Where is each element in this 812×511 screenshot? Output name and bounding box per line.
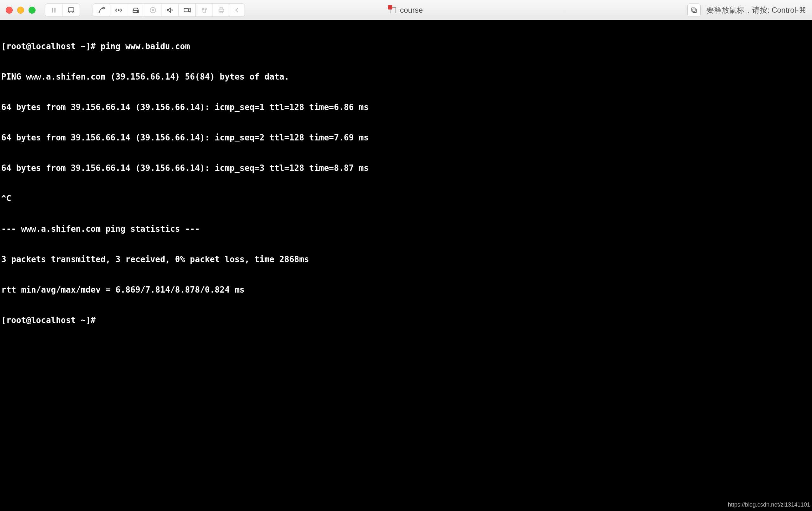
usb-icon[interactable] — [196, 4, 213, 17]
maximize-window-button[interactable] — [29, 7, 35, 13]
release-mouse-hint: 要释放鼠标，请按: Control-⌘ — [706, 5, 806, 15]
snapshot-button[interactable] — [62, 4, 80, 17]
printer-icon[interactable] — [213, 4, 230, 17]
device-toolbar — [93, 3, 245, 17]
terminal-line: ^C — [1, 193, 811, 204]
cdrom-icon[interactable] — [144, 4, 162, 17]
terminal-line: 64 bytes from 39.156.66.14 (39.156.66.14… — [1, 132, 811, 143]
settings-icon[interactable] — [93, 4, 110, 17]
vm-control-group — [45, 3, 80, 17]
svg-rect-15 — [692, 8, 695, 11]
close-window-button[interactable] — [6, 7, 13, 13]
pause-button[interactable] — [46, 4, 62, 17]
harddisk-icon[interactable] — [127, 4, 144, 17]
window-title-area: course — [389, 6, 423, 14]
window-toolbar: course 要释放鼠标，请按: Control-⌘ — [0, 0, 812, 20]
svg-rect-11 — [205, 8, 206, 9]
svg-point-8 — [152, 9, 153, 10]
terminal-line: 3 packets transmitted, 3 received, 0% pa… — [1, 254, 811, 264]
fullscreen-button[interactable] — [687, 3, 701, 17]
svg-rect-9 — [184, 8, 188, 12]
svg-rect-13 — [220, 8, 223, 9]
network-icon[interactable] — [110, 4, 127, 17]
svg-rect-16 — [693, 9, 697, 12]
terminal-line: PING www.a.shifen.com (39.156.66.14) 56(… — [1, 72, 811, 82]
svg-point-7 — [150, 7, 155, 13]
toolbar-right: 要释放鼠标，请按: Control-⌘ — [687, 3, 806, 17]
terminal-line: rtt min/avg/max/mdev = 6.869/7.814/8.878… — [1, 285, 811, 295]
window-title: course — [400, 6, 423, 14]
svg-rect-10 — [202, 8, 203, 9]
minimize-window-button[interactable] — [17, 7, 24, 13]
svg-point-6 — [137, 11, 138, 12]
watermark: https://blog.csdn.net/zl13141101 — [728, 500, 810, 510]
camera-icon[interactable] — [179, 4, 196, 17]
terminal-line: 64 bytes from 39.156.66.14 (39.156.66.14… — [1, 163, 811, 173]
svg-point-4 — [118, 9, 119, 10]
traffic-lights — [6, 7, 35, 13]
sound-icon[interactable] — [162, 4, 179, 17]
vm-icon — [389, 6, 397, 14]
terminal-line: [root@localhost ~]# — [1, 315, 811, 325]
terminal[interactable]: [root@localhost ~]# ping www.baidu.com P… — [0, 20, 812, 511]
svg-rect-2 — [68, 8, 74, 12]
back-icon[interactable] — [230, 4, 244, 17]
terminal-line: --- www.a.shifen.com ping statistics --- — [1, 224, 811, 234]
terminal-line: [root@localhost ~]# ping www.baidu.com — [1, 41, 811, 51]
terminal-line: 64 bytes from 39.156.66.14 (39.156.66.14… — [1, 102, 811, 112]
